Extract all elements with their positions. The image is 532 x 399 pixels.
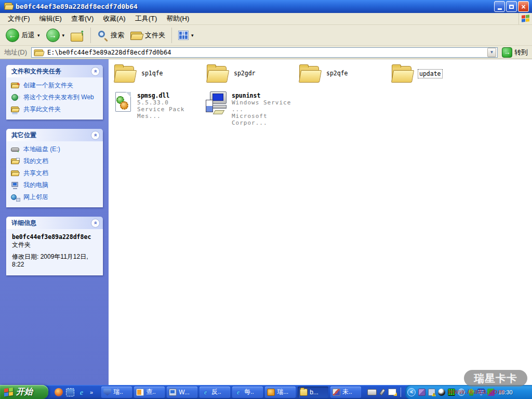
media-player-icon[interactable]	[55, 388, 63, 396]
place-shared-documents[interactable]: 共享文档	[11, 169, 99, 178]
file-name: spuninst	[232, 92, 298, 99]
place-my-computer[interactable]: 我的电脑	[11, 181, 99, 190]
folder-item-sp2qfe[interactable]: sp2qfe	[298, 64, 391, 84]
collapse-chevron-icon[interactable]: »	[91, 219, 100, 228]
place-my-documents[interactable]: 我的文档	[11, 157, 99, 166]
network-tray-icon[interactable]	[418, 389, 425, 396]
menu-help[interactable]: 帮助(H)	[162, 12, 194, 25]
back-icon: ←	[6, 29, 19, 42]
qq-tray-icon[interactable]	[438, 389, 445, 396]
menu-edit[interactable]: 编辑(E)	[35, 12, 66, 25]
folder-item-update[interactable]: update	[391, 64, 483, 84]
taskbar-button-ie2[interactable]: e 每..	[232, 387, 263, 398]
movie-maker-icon[interactable]	[66, 388, 74, 396]
folder-name: sp1qfe	[140, 69, 164, 77]
file-description: Service Pack Mes...	[137, 106, 206, 119]
menu-view[interactable]: 查看(V)	[66, 12, 98, 25]
views-button[interactable]: ▾	[176, 29, 196, 42]
menu-tools[interactable]: 工具(T)	[130, 12, 162, 25]
search-button[interactable]: 搜索	[95, 28, 127, 43]
language-bar	[367, 389, 396, 395]
place-network-places[interactable]: 网上邻居	[11, 193, 99, 202]
internet-explorer-icon[interactable]: e	[77, 388, 86, 396]
forward-button[interactable]: → ▾	[44, 27, 68, 44]
window-title: be0fc44ef3e89a228df8ecdf7d0b64	[16, 3, 494, 10]
taskbar-button-untitled[interactable]: 未..	[330, 387, 361, 398]
file-list-area[interactable]: sp1qfe sp2gdr sp2qfe update spmsg.dll 5.…	[109, 59, 532, 385]
file-company: Microsoft Corpor...	[232, 113, 298, 126]
details-folder-name: be0fc44ef3e89a228df8ec	[12, 233, 98, 241]
taskbar-button-label: 瑞..	[113, 388, 123, 396]
file-name: spmsg.dll	[137, 92, 206, 99]
address-path[interactable]: E:\be0fc44ef3e89a228df8ecdf7d0b64	[47, 49, 485, 56]
panel-title: 详细信息	[11, 219, 36, 228]
folder-icon	[298, 64, 322, 84]
panel-header[interactable]: 其它位置 »	[6, 129, 103, 141]
ie-icon: e	[202, 389, 209, 396]
task-pane-sidebar: 文件和文件夹任务 » ✦ 创建一个新文件夹 ↑ 将这个文件夹发布到 Web 共享…	[0, 59, 109, 385]
file-item-spmsg-dll[interactable]: spmsg.dll 5.5.33.0 Service Pack Mes...	[113, 91, 206, 126]
minimize-button[interactable]	[494, 1, 505, 12]
taskbar-button-ie1[interactable]: e 反..	[200, 387, 230, 398]
menu-favorites[interactable]: 收藏(A)	[98, 12, 130, 25]
taskbar-button-rising2[interactable]: 瑞...	[265, 387, 296, 398]
address-bar: 地址(D) E:\be0fc44ef3e89a228df8ecdf7d0b64 …	[0, 46, 532, 59]
menu-file[interactable]: 文件(F)	[3, 12, 35, 25]
new-folder-icon: ✦	[11, 82, 20, 90]
panel-title: 其它位置	[11, 131, 36, 140]
details-folder-type: 文件夹	[12, 241, 98, 249]
close-button[interactable]: ×	[518, 1, 529, 12]
toolbar-separator	[90, 28, 91, 43]
taskbar-button-label: b...	[310, 389, 318, 396]
address-dropdown-icon[interactable]: ▼	[487, 48, 496, 57]
panel-header[interactable]: 详细信息 »	[6, 217, 103, 229]
taskbar-button-explorer-active[interactable]: b...	[298, 387, 328, 398]
folder-item-sp2gdr[interactable]: sp2gdr	[206, 64, 298, 84]
security-alert-tray-icon[interactable]	[428, 389, 435, 396]
quick-launch-overflow-icon[interactable]: »	[90, 389, 93, 395]
collapse-chevron-icon[interactable]: »	[91, 131, 100, 140]
computer-icon	[169, 389, 177, 396]
handwriting-pad-icon[interactable]	[388, 389, 396, 395]
place-local-disk[interactable]: 本地磁盘 (E:)	[11, 145, 99, 154]
address-input[interactable]: E:\be0fc44ef3e89a228df8ecdf7d0b64 ▼	[31, 47, 498, 58]
taskbar-button-rising[interactable]: 瑞..	[101, 387, 132, 398]
forward-dropdown-icon[interactable]: ▾	[62, 33, 65, 38]
go-button[interactable]: → 转到	[500, 47, 530, 58]
folder-item-sp1qfe[interactable]: sp1qfe	[113, 64, 206, 84]
microphone-icon[interactable]	[379, 388, 385, 395]
task-publish-web[interactable]: ↑ 将这个文件夹发布到 Web	[11, 94, 99, 102]
publish-web-icon: ↑	[11, 94, 20, 102]
installer-file-icon	[206, 91, 229, 114]
task-share-folder[interactable]: 共享此文件夹	[11, 105, 99, 114]
tray-collapse-chevron-icon[interactable]: <	[407, 388, 416, 396]
my-computer-icon	[11, 181, 20, 190]
keyboard-icon[interactable]	[367, 389, 377, 395]
taskbar-button-w[interactable]: W...	[167, 387, 197, 398]
file-item-spuninst[interactable]: spuninst Windows Service ... Microsoft C…	[206, 91, 298, 126]
up-button[interactable]: ↑	[68, 28, 87, 43]
views-dropdown-icon[interactable]: ▾	[191, 33, 194, 38]
taskbar-button-view[interactable]: 查..	[134, 387, 165, 398]
up-folder-icon: ↑	[71, 29, 84, 42]
ikaka-url-watermark: www.ikaka.com	[448, 388, 504, 395]
explorer-content: 文件和文件夹任务 » ✦ 创建一个新文件夹 ↑ 将这个文件夹发布到 Web 共享…	[0, 59, 532, 385]
collapse-chevron-icon[interactable]: »	[91, 67, 100, 76]
network-places-icon	[11, 193, 20, 202]
place-label: 本地磁盘 (E:)	[23, 145, 60, 153]
panel-other-places: 其它位置 » 本地磁盘 (E:) 我的文档 共享文档 我的电脑	[6, 129, 103, 207]
back-button[interactable]: ← 后退 ▾	[3, 27, 43, 44]
panel-header[interactable]: 文件和文件夹任务 »	[6, 65, 103, 77]
folders-icon	[130, 30, 143, 40]
file-description: Windows Service ...	[232, 99, 298, 113]
task-new-folder[interactable]: ✦ 创建一个新文件夹	[11, 82, 99, 90]
tiger-icon	[267, 389, 275, 396]
search-label: 搜索	[111, 31, 124, 40]
back-label: 后退	[21, 31, 35, 40]
folder-icon	[300, 389, 308, 396]
start-button[interactable]: 开始	[0, 385, 48, 399]
back-dropdown-icon[interactable]: ▾	[37, 33, 40, 38]
quick-launch-bar: e »	[48, 388, 96, 396]
maximize-button[interactable]	[506, 1, 517, 12]
folders-button[interactable]: 文件夹	[128, 29, 168, 42]
